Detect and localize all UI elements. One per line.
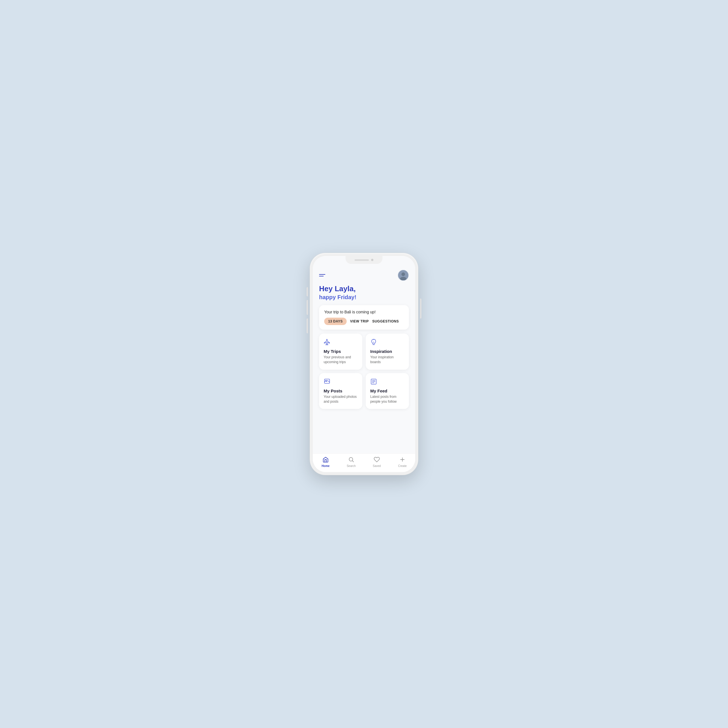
greeting-name: Hey Layla, bbox=[319, 284, 409, 293]
avatar[interactable] bbox=[398, 269, 409, 281]
my-feed-card[interactable]: My Feed Latest posts from people you fol… bbox=[366, 373, 409, 409]
my-feed-title: My Feed bbox=[370, 388, 404, 393]
my-posts-card[interactable]: My Posts Your uploaded photos and posts bbox=[319, 373, 362, 409]
trip-banner[interactable]: Your trip to Bali is coming up! 13 DAYS … bbox=[319, 305, 409, 330]
speaker bbox=[355, 259, 369, 261]
days-badge: 13 DAYS bbox=[324, 318, 347, 325]
bottom-nav: Home Search bbox=[313, 453, 415, 472]
search-label: Search bbox=[347, 464, 356, 468]
phone-frame: Hey Layla, happy Friday! Your trip to Ba… bbox=[310, 253, 418, 475]
my-trips-desc: Your previous and upcoming trips bbox=[324, 355, 358, 365]
svg-line-12 bbox=[352, 461, 353, 462]
bulb-icon bbox=[370, 338, 404, 346]
nav-create[interactable]: Create bbox=[394, 456, 411, 468]
view-trip-link[interactable]: VIEW TRIP bbox=[350, 320, 369, 323]
photo-icon bbox=[324, 378, 358, 385]
nav-search[interactable]: Search bbox=[343, 456, 360, 468]
plus-icon bbox=[399, 456, 405, 463]
menu-line-2 bbox=[319, 276, 324, 277]
greeting-day: happy Friday! bbox=[319, 293, 409, 301]
my-posts-title: My Posts bbox=[324, 388, 358, 393]
notch bbox=[346, 256, 382, 264]
feed-icon bbox=[370, 378, 404, 385]
nav-saved[interactable]: Saved bbox=[368, 456, 385, 468]
svg-point-2 bbox=[400, 277, 406, 281]
header bbox=[313, 266, 415, 283]
nav-home[interactable]: Home bbox=[317, 456, 334, 468]
home-label: Home bbox=[322, 464, 330, 468]
greeting-section: Hey Layla, happy Friday! bbox=[319, 283, 409, 305]
my-trips-card[interactable]: My Trips Your previous and upcoming trip… bbox=[319, 333, 362, 370]
menu-button[interactable] bbox=[319, 274, 325, 277]
menu-line-1 bbox=[319, 274, 325, 275]
my-posts-desc: Your uploaded photos and posts bbox=[324, 395, 358, 404]
power-button bbox=[420, 298, 421, 318]
create-label: Create bbox=[398, 464, 407, 468]
plane-icon bbox=[324, 338, 358, 346]
screen-content: Hey Layla, happy Friday! Your trip to Ba… bbox=[313, 283, 415, 453]
volume-up-button bbox=[307, 300, 308, 315]
svg-point-6 bbox=[326, 380, 326, 381]
inspiration-title: Inspiration bbox=[370, 349, 404, 354]
inspiration-desc: Your inspiration boards bbox=[370, 355, 404, 365]
saved-label: Saved bbox=[373, 464, 381, 468]
screen: Hey Layla, happy Friday! Your trip to Ba… bbox=[313, 256, 415, 472]
svg-point-11 bbox=[349, 457, 353, 461]
trip-actions: 13 DAYS VIEW TRIP SUGGESTIONS bbox=[324, 318, 404, 325]
card-row-2: My Posts Your uploaded photos and posts bbox=[319, 373, 409, 409]
inspiration-card[interactable]: Inspiration Your inspiration boards bbox=[366, 333, 409, 370]
my-feed-desc: Latest posts from people you follow bbox=[370, 395, 404, 404]
search-icon bbox=[348, 456, 354, 463]
heart-icon bbox=[374, 456, 380, 463]
svg-point-1 bbox=[402, 272, 405, 276]
volume-down-button bbox=[307, 318, 308, 333]
trip-text: Your trip to Bali is coming up! bbox=[324, 310, 404, 314]
card-row-1: My Trips Your previous and upcoming trip… bbox=[319, 333, 409, 370]
volume-mute-button bbox=[307, 287, 308, 296]
home-icon bbox=[323, 456, 329, 463]
camera bbox=[371, 259, 373, 261]
phone-screen: Hey Layla, happy Friday! Your trip to Ba… bbox=[313, 256, 415, 472]
avatar-image bbox=[398, 269, 408, 281]
my-trips-title: My Trips bbox=[324, 349, 358, 354]
suggestions-link[interactable]: SUGGESTIONS bbox=[372, 320, 399, 323]
